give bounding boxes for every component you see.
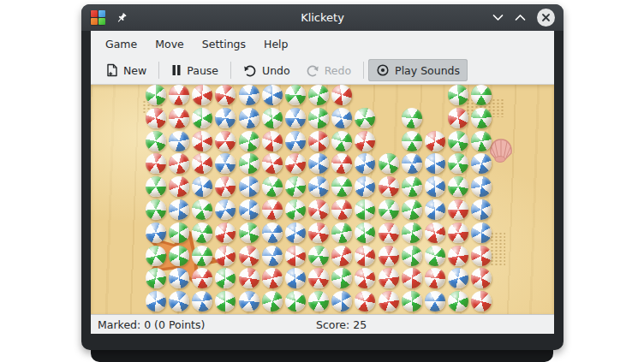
ball-g-r2c6[interactable]	[262, 108, 283, 128]
ball-r-r10c10[interactable]	[355, 291, 375, 312]
ball-g-r2c12[interactable]	[402, 108, 422, 128]
ball-r-r2c2[interactable]	[169, 108, 189, 128]
ball-r-r1c9[interactable]	[331, 85, 352, 105]
ball-g-r2c15[interactable]	[471, 108, 492, 128]
ball-b-r2c9[interactable]	[331, 108, 352, 128]
ball-g-r7c3[interactable]	[192, 223, 212, 243]
ball-r-r7c11[interactable]	[379, 223, 399, 243]
ball-b-r10c2[interactable]	[169, 291, 189, 312]
ball-b-r6c5[interactable]	[239, 199, 259, 220]
ball-r-r8c11[interactable]	[379, 246, 399, 266]
ball-g-r4c11[interactable]	[379, 153, 399, 174]
ball-r-r3c10[interactable]	[355, 131, 375, 151]
ball-g-r6c10[interactable]	[355, 199, 375, 220]
ball-r-r3c13[interactable]	[425, 131, 445, 151]
ball-r-r10c11[interactable]	[379, 291, 399, 312]
ball-r-r7c14[interactable]	[448, 223, 468, 243]
menu-help[interactable]: Help	[255, 34, 297, 54]
ball-b-r10c3[interactable]	[192, 291, 212, 312]
ball-r-r9c12[interactable]	[402, 268, 422, 288]
ball-g-r7c2[interactable]	[169, 223, 189, 243]
ball-b-r4c4[interactable]	[215, 153, 236, 174]
ball-g-r5c9[interactable]	[331, 176, 352, 197]
ball-r-r5c2[interactable]	[169, 176, 189, 197]
ball-g-r5c14[interactable]	[448, 176, 468, 197]
ball-r-r3c6[interactable]	[262, 131, 283, 151]
ball-g-r7c9[interactable]	[331, 223, 352, 243]
ball-r-r8c5[interactable]	[239, 246, 259, 266]
ball-g-r9c9[interactable]	[331, 268, 352, 288]
ball-r-r8c9[interactable]	[331, 246, 352, 266]
ball-b-r4c15[interactable]	[471, 153, 492, 174]
ball-b-r4c8[interactable]	[308, 153, 329, 174]
ball-r-r4c6[interactable]	[262, 153, 283, 174]
ball-r-r6c8[interactable]	[308, 199, 329, 220]
ball-g-r8c12[interactable]	[402, 246, 422, 266]
ball-r-r1c2[interactable]	[169, 85, 189, 105]
ball-r-r7c4[interactable]	[215, 223, 236, 243]
ball-r-r9c13[interactable]	[425, 268, 445, 288]
minimize-icon[interactable]	[492, 14, 504, 21]
ball-b-r5c5[interactable]	[239, 176, 259, 197]
ball-r-r8c7[interactable]	[285, 246, 306, 266]
ball-b-r10c13[interactable]	[425, 291, 445, 312]
ball-b-r4c10[interactable]	[355, 153, 375, 174]
ball-r-r6c6[interactable]	[262, 199, 283, 220]
ball-g-r7c10[interactable]	[355, 223, 375, 243]
ball-b-r4c12[interactable]	[402, 153, 422, 174]
menu-game[interactable]: Game	[97, 34, 146, 54]
ball-r-r8c15[interactable]	[471, 246, 492, 266]
ball-r-r7c8[interactable]	[308, 223, 329, 243]
ball-r-r9c3[interactable]	[192, 268, 212, 288]
play-sounds-toggle[interactable]: Play Sounds	[368, 59, 468, 81]
pin-icon[interactable]	[116, 12, 128, 24]
ball-b-r6c15[interactable]	[471, 199, 492, 220]
ball-b-r2c5[interactable]	[239, 108, 259, 128]
ball-g-r10c7[interactable]	[285, 291, 306, 312]
ball-b-r9c2[interactable]	[169, 268, 189, 288]
ball-r-r3c8[interactable]	[308, 131, 329, 151]
ball-b-r6c2[interactable]	[169, 199, 189, 220]
ball-b-r5c8[interactable]	[308, 176, 329, 197]
ball-g-r5c1[interactable]	[146, 176, 166, 197]
ball-g-r1c8[interactable]	[308, 85, 329, 105]
ball-g-r7c5[interactable]	[239, 223, 259, 243]
ball-b-r10c1[interactable]	[146, 291, 166, 312]
ball-g-r1c1[interactable]	[146, 85, 166, 105]
ball-b-r10c9[interactable]	[331, 291, 352, 312]
ball-r-r4c2[interactable]	[169, 153, 189, 174]
ball-g-r8c2[interactable]	[169, 246, 189, 266]
ball-g-r6c12[interactable]	[402, 199, 422, 220]
ball-r-r1c3[interactable]	[192, 85, 212, 105]
ball-r-r8c14[interactable]	[448, 246, 468, 266]
ball-g-r5c12[interactable]	[402, 176, 422, 197]
ball-b-r7c1[interactable]	[146, 223, 166, 243]
ball-g-r10c14[interactable]	[448, 291, 468, 312]
ball-b-r5c3[interactable]	[192, 176, 212, 197]
ball-r-r1c4[interactable]	[215, 85, 236, 105]
new-button[interactable]: New	[98, 59, 154, 81]
ball-b-r6c13[interactable]	[425, 199, 445, 220]
ball-r-r6c14[interactable]	[448, 199, 468, 220]
ball-r-r8c4[interactable]	[215, 246, 236, 266]
ball-g-r6c7[interactable]	[285, 199, 306, 220]
ball-b-r5c13[interactable]	[425, 176, 445, 197]
ball-g-r10c6[interactable]	[262, 291, 283, 312]
redo-button[interactable]: Redo	[298, 60, 359, 81]
ball-r-r9c8[interactable]	[308, 268, 329, 288]
ball-b-r9c7[interactable]	[285, 268, 306, 288]
ball-b-r7c6[interactable]	[262, 223, 283, 243]
ball-g-r8c3[interactable]	[192, 246, 212, 266]
ball-r-r5c4[interactable]	[215, 176, 236, 197]
ball-r-r9c6[interactable]	[262, 268, 283, 288]
ball-g-r8c1[interactable]	[146, 246, 166, 266]
ball-r-r7c13[interactable]	[425, 223, 445, 243]
ball-b-r5c10[interactable]	[355, 176, 375, 197]
ball-b-r6c4[interactable]	[215, 199, 236, 220]
ball-g-r1c7[interactable]	[285, 85, 306, 105]
ball-b-r2c7[interactable]	[285, 108, 306, 128]
ball-r-r2c1[interactable]	[146, 108, 166, 128]
ball-r-r6c9[interactable]	[331, 199, 352, 220]
ball-g-r6c3[interactable]	[192, 199, 212, 220]
ball-b-r4c13[interactable]	[425, 153, 445, 174]
